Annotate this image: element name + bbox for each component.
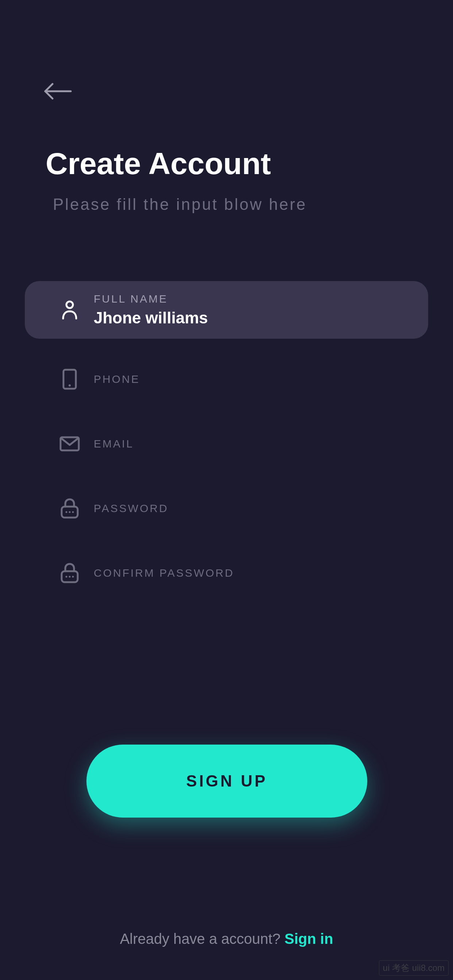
email-label: EMAIL [94,438,134,450]
phone-icon [59,369,80,390]
signup-button[interactable]: SIGN UP [86,745,367,818]
arrow-left-icon [44,83,72,100]
password-label: PASSWORD [94,502,168,515]
svg-point-6 [69,511,71,513]
svg-point-10 [69,576,71,578]
svg-point-0 [67,301,73,308]
signup-button-label: SIGN UP [186,772,268,790]
page-title: Create Account [46,146,271,181]
svg-point-11 [72,576,74,578]
svg-point-5 [66,511,68,513]
email-field[interactable]: EMAIL [25,420,428,468]
confirm-password-field[interactable]: CONFIRM PASSWORD [25,549,428,597]
phone-label: PHONE [94,373,140,385]
signin-link[interactable]: Sign in [285,931,333,947]
page-subtitle: Please fill the input blow here [53,195,307,213]
signup-form: FULL NAME Jhone williams PHONE EMAIL [25,281,428,614]
lock-icon [59,498,80,519]
confirm-password-label: CONFIRM PASSWORD [94,567,234,579]
fullname-text-group: FULL NAME Jhone williams [94,293,208,327]
password-field[interactable]: PASSWORD [25,484,428,533]
svg-point-2 [68,384,71,387]
back-button[interactable] [44,80,73,102]
user-icon [59,300,80,320]
footer-prompt: Already have a account? [120,931,285,947]
fullname-value: Jhone williams [94,309,208,327]
svg-point-9 [66,576,68,578]
fullname-label: FULL NAME [94,293,208,305]
phone-field[interactable]: PHONE [25,355,428,403]
email-icon [59,434,80,454]
footer-text: Already have a account? Sign in [0,931,453,947]
fullname-field[interactable]: FULL NAME Jhone williams [25,281,428,339]
watermark: ui 考爸 uii8.com [379,960,448,975]
svg-point-7 [72,511,74,513]
lock-icon [59,563,80,583]
